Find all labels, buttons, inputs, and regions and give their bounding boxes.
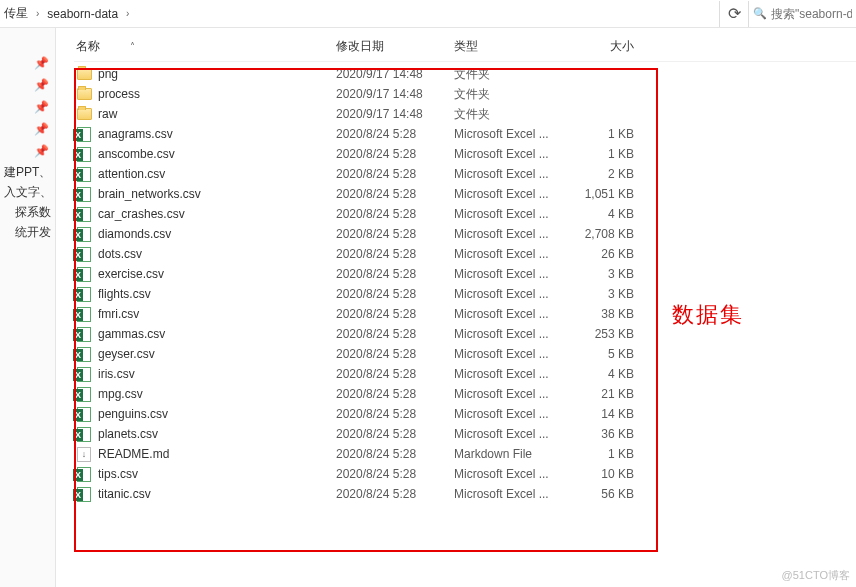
file-date: 2020/8/24 5:28 [336, 464, 454, 484]
pin-icon: 📌 [34, 100, 49, 114]
file-name-cell: car_crashes.csv [76, 204, 336, 224]
file-date: 2020/8/24 5:28 [336, 284, 454, 304]
file-size: 3 KB [572, 284, 634, 304]
file-row[interactable]: diamonds.csv2020/8/24 5:28Microsoft Exce… [76, 224, 838, 244]
file-row[interactable]: iris.csv2020/8/24 5:28Microsoft Excel ..… [76, 364, 838, 384]
file-date: 2020/8/24 5:28 [336, 344, 454, 364]
pin-row: 📌 [0, 118, 55, 140]
file-row[interactable]: anagrams.csv2020/8/24 5:28Microsoft Exce… [76, 124, 838, 144]
file-date: 2020/9/17 14:48 [336, 84, 454, 104]
file-name: README.md [98, 444, 169, 464]
file-row[interactable]: gammas.csv2020/8/24 5:28Microsoft Excel … [76, 324, 838, 344]
file-date: 2020/8/24 5:28 [336, 444, 454, 464]
excel-file-icon [76, 426, 92, 442]
file-type: Microsoft Excel ... [454, 284, 572, 304]
excel-file-icon [76, 166, 92, 182]
search-icon: 🔍 [753, 7, 767, 20]
breadcrumb-parent[interactable]: 传星 [4, 5, 28, 22]
refresh-icon: ⟳ [728, 4, 741, 23]
file-row[interactable]: attention.csv2020/8/24 5:28Microsoft Exc… [76, 164, 838, 184]
column-header-type[interactable]: 类型 [454, 38, 572, 55]
sidebar-item[interactable]: 探系数 [0, 202, 55, 222]
file-size: 21 KB [572, 384, 634, 404]
file-row[interactable]: planets.csv2020/8/24 5:28Microsoft Excel… [76, 424, 838, 444]
file-date: 2020/9/17 14:48 [336, 64, 454, 84]
excel-file-icon [76, 226, 92, 242]
file-name-cell: README.md [76, 444, 336, 464]
file-name-cell: anscombe.csv [76, 144, 336, 164]
sidebar-item[interactable]: 建PPT、 [0, 162, 55, 182]
file-row[interactable]: png2020/9/17 14:48文件夹 [76, 64, 838, 84]
file-row[interactable]: tips.csv2020/8/24 5:28Microsoft Excel ..… [76, 464, 838, 484]
pin-row: 📌 [0, 96, 55, 118]
breadcrumb-current[interactable]: seaborn-data [47, 7, 118, 21]
file-row[interactable]: mpg.csv2020/8/24 5:28Microsoft Excel ...… [76, 384, 838, 404]
column-header-date[interactable]: 修改日期 [336, 38, 454, 55]
file-name: anagrams.csv [98, 124, 173, 144]
file-row[interactable]: geyser.csv2020/8/24 5:28Microsoft Excel … [76, 344, 838, 364]
file-name: diamonds.csv [98, 224, 171, 244]
file-size: 1,051 KB [572, 184, 634, 204]
file-size: 2,708 KB [572, 224, 634, 244]
file-row[interactable]: flights.csv2020/8/24 5:28Microsoft Excel… [76, 284, 838, 304]
file-name-cell: planets.csv [76, 424, 336, 444]
file-row[interactable]: fmri.csv2020/8/24 5:28Microsoft Excel ..… [76, 304, 838, 324]
file-row[interactable]: penguins.csv2020/8/24 5:28Microsoft Exce… [76, 404, 838, 424]
file-type: Microsoft Excel ... [454, 484, 572, 504]
file-name: attention.csv [98, 164, 165, 184]
file-type: 文件夹 [454, 104, 572, 124]
pin-row: 📌 [0, 74, 55, 96]
file-date: 2020/8/24 5:28 [336, 244, 454, 264]
sidebar-item[interactable]: 入文字、 [0, 182, 55, 202]
file-name-cell: png [76, 64, 336, 84]
file-name: fmri.csv [98, 304, 139, 324]
breadcrumb[interactable]: 传星 › seaborn-data › [0, 5, 135, 22]
file-date: 2020/8/24 5:28 [336, 144, 454, 164]
file-name: anscombe.csv [98, 144, 175, 164]
file-row[interactable]: dots.csv2020/8/24 5:28Microsoft Excel ..… [76, 244, 838, 264]
file-row[interactable]: README.md2020/8/24 5:28Markdown File1 KB [76, 444, 838, 464]
excel-file-icon [76, 206, 92, 222]
file-name-cell: titanic.csv [76, 484, 336, 504]
file-name-cell: attention.csv [76, 164, 336, 184]
folder-icon [76, 86, 92, 102]
file-date: 2020/8/24 5:28 [336, 224, 454, 244]
file-name-cell: penguins.csv [76, 404, 336, 424]
folder-icon [76, 106, 92, 122]
sidebar-item[interactable]: 统开发 [0, 222, 55, 242]
file-row[interactable]: brain_networks.csv2020/8/24 5:28Microsof… [76, 184, 838, 204]
file-row[interactable]: car_crashes.csv2020/8/24 5:28Microsoft E… [76, 204, 838, 224]
file-size: 26 KB [572, 244, 634, 264]
file-row[interactable]: raw2020/9/17 14:48文件夹 [76, 104, 838, 124]
excel-file-icon [76, 386, 92, 402]
file-size: 1 KB [572, 124, 634, 144]
file-name-cell: tips.csv [76, 464, 336, 484]
excel-file-icon [76, 306, 92, 322]
toolbar-right: ⟳ 🔍 [719, 1, 856, 27]
file-name-cell: geyser.csv [76, 344, 336, 364]
search-box[interactable]: 🔍 [748, 1, 856, 27]
excel-file-icon [76, 366, 92, 382]
file-name: exercise.csv [98, 264, 164, 284]
column-header-row: 名称 ˄ 修改日期 类型 大小 [74, 28, 856, 62]
refresh-button[interactable]: ⟳ [720, 1, 748, 27]
file-name-cell: anagrams.csv [76, 124, 336, 144]
file-row[interactable]: process2020/9/17 14:48文件夹 [76, 84, 838, 104]
column-header-size[interactable]: 大小 [572, 38, 634, 55]
file-row[interactable]: exercise.csv2020/8/24 5:28Microsoft Exce… [76, 264, 838, 284]
column-header-name[interactable]: 名称 ˄ [76, 38, 336, 55]
file-name-cell: raw [76, 104, 336, 124]
file-size: 1 KB [572, 444, 634, 464]
file-row[interactable]: titanic.csv2020/8/24 5:28Microsoft Excel… [76, 484, 838, 504]
file-date: 2020/8/24 5:28 [336, 204, 454, 224]
excel-file-icon [76, 246, 92, 262]
column-header-name-label: 名称 [76, 38, 100, 55]
excel-file-icon [76, 326, 92, 342]
file-type: Microsoft Excel ... [454, 304, 572, 324]
file-name: gammas.csv [98, 324, 165, 344]
excel-file-icon [76, 486, 92, 502]
file-date: 2020/9/17 14:48 [336, 104, 454, 124]
search-input[interactable] [771, 7, 852, 21]
file-row[interactable]: anscombe.csv2020/8/24 5:28Microsoft Exce… [76, 144, 838, 164]
file-name: raw [98, 104, 117, 124]
